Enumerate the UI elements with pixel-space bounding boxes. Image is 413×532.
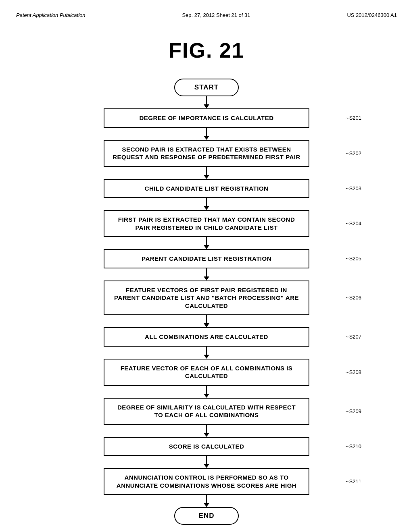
step-s206-text: FEATURE VECTORS OF FIRST PAIR REGISTERED… [114,287,299,309]
step-s209-label: S209 [346,408,361,414]
arrow-down-icon [204,503,209,507]
connector-7 [204,347,209,359]
connector-line [206,456,207,464]
step-s202-text: SECOND PAIR IS EXTRACTED THAT EXISTS BET… [113,146,300,161]
connector-line [206,96,207,104]
step-s207-label: S207 [346,334,361,340]
step-s208-label: S208 [346,369,361,375]
connector-line [206,495,207,503]
step-s201-text: DEGREE OF IMPORTANCE IS CALCULATED [139,114,273,121]
arrow-down-icon [204,276,209,281]
connector-line [206,128,207,136]
connector-1 [204,128,209,140]
step-s211-label: S211 [346,478,361,484]
arrow-down-icon [204,464,209,468]
connector-line [206,237,207,245]
step-s209-row: DEGREE OF SIMILARITY IS CALCULATED WITH … [16,398,397,425]
connector-6 [204,315,209,327]
flowchart: START DEGREE OF IMPORTANCE IS CALCULATED… [16,79,397,525]
page-header: Patent Application Publication Sep. 27, … [16,8,397,26]
connector-3 [204,198,209,210]
connector-9 [204,425,209,437]
connector-line [206,386,207,394]
step-s202-box: SECOND PAIR IS EXTRACTED THAT EXISTS BET… [104,140,309,167]
header-patent-number: US 2012/0246300 A1 [347,12,397,18]
step-s202-label: S202 [346,150,361,156]
step-s203-box: CHILD CANDIDATE LIST REGISTRATION [104,179,309,198]
step-s205-box: PARENT CANDIDATE LIST REGISTRATION [104,249,309,268]
connector-0 [204,96,209,108]
step-s205-row: PARENT CANDIDATE LIST REGISTRATION S205 [16,249,397,268]
start-terminal: START [174,79,239,96]
arrow-down-icon [204,175,209,179]
arrow-down-icon [204,433,209,437]
arrow-down-icon [204,245,209,249]
step-s204-label: S204 [346,220,361,227]
step-s205-label: S205 [346,256,361,262]
connector-11 [204,495,209,507]
page: Patent Application Publication Sep. 27, … [0,0,413,532]
arrow-down-icon [204,323,209,327]
connector-line [206,347,207,355]
connector-line [206,167,207,175]
arrow-down-icon [204,206,209,210]
step-s203-label: S203 [346,185,361,191]
arrow-down-icon [204,355,209,359]
header-date-sheet: Sep. 27, 2012 Sheet 21 of 31 [182,12,250,18]
step-s208-row: FEATURE VECTOR OF EACH OF ALL COMBINATIO… [16,359,397,386]
figure-title: FIG. 21 [16,38,397,62]
step-s209-text: DEGREE OF SIMILARITY IS CALCULATED WITH … [117,404,296,419]
arrow-down-icon [204,394,209,398]
step-s210-box: SCORE IS CALCULATED [104,437,309,456]
connector-10 [204,456,209,468]
connector-line [206,315,207,323]
step-s204-text: FIRST PAIR IS EXTRACTED THAT MAY CONTAIN… [118,216,295,231]
step-s206-label: S206 [346,295,361,301]
arrow-down-icon [204,136,209,140]
header-publication-label: Patent Application Publication [16,12,86,18]
arrow-down-icon [204,104,209,108]
step-s211-text: ANNUNCIATION CONTROL IS PERFORMED SO AS … [117,474,296,489]
step-s210-text: SCORE IS CALCULATED [169,443,244,450]
step-s208-box: FEATURE VECTOR OF EACH OF ALL COMBINATIO… [104,359,309,386]
step-s209-box: DEGREE OF SIMILARITY IS CALCULATED WITH … [104,398,309,425]
step-s210-row: SCORE IS CALCULATED S210 [16,437,397,456]
connector-8 [204,386,209,398]
connector-line [206,268,207,276]
step-s210-label: S210 [346,443,361,449]
connector-5 [204,268,209,281]
step-s204-row: FIRST PAIR IS EXTRACTED THAT MAY CONTAIN… [16,210,397,237]
step-s206-box: FEATURE VECTORS OF FIRST PAIR REGISTERED… [104,281,309,316]
step-s211-row: ANNUNCIATION CONTROL IS PERFORMED SO AS … [16,468,397,495]
step-s201-row: DEGREE OF IMPORTANCE IS CALCULATED S201 [16,108,397,128]
end-terminal: END [174,507,239,525]
connector-line [206,425,207,433]
step-s207-text: ALL COMBINATIONS ARE CALCULATED [145,333,268,340]
step-s205-text: PARENT CANDIDATE LIST REGISTRATION [142,255,271,262]
connector-4 [204,237,209,249]
step-s206-row: FEATURE VECTORS OF FIRST PAIR REGISTERED… [16,281,397,316]
step-s211-box: ANNUNCIATION CONTROL IS PERFORMED SO AS … [104,468,309,495]
connector-line [206,198,207,206]
connector-2 [204,167,209,179]
step-s207-row: ALL COMBINATIONS ARE CALCULATED S207 [16,327,397,347]
step-s201-box: DEGREE OF IMPORTANCE IS CALCULATED [104,108,309,128]
step-s202-row: SECOND PAIR IS EXTRACTED THAT EXISTS BET… [16,140,397,167]
step-s207-box: ALL COMBINATIONS ARE CALCULATED [104,327,309,347]
step-s203-row: CHILD CANDIDATE LIST REGISTRATION S203 [16,179,397,198]
step-s203-text: CHILD CANDIDATE LIST REGISTRATION [145,185,269,192]
step-s204-box: FIRST PAIR IS EXTRACTED THAT MAY CONTAIN… [104,210,309,237]
step-s201-label: S201 [346,115,361,121]
step-s208-text: FEATURE VECTOR OF EACH OF ALL COMBINATIO… [121,365,293,380]
